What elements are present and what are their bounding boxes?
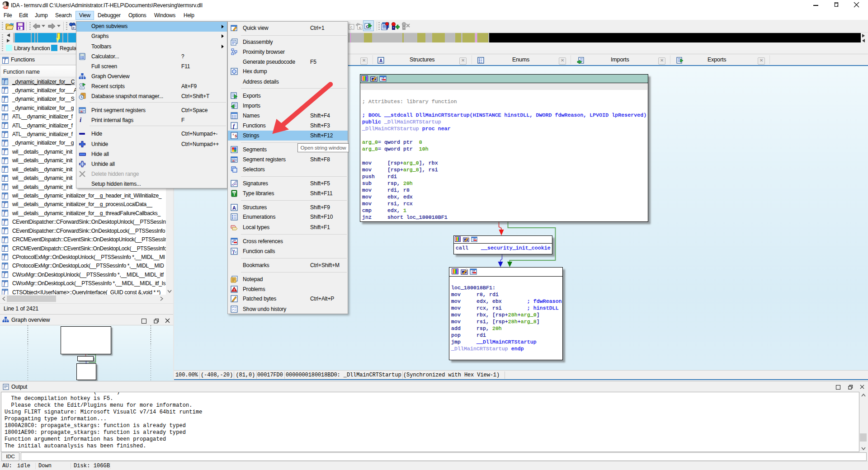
svg-text:64: 64 <box>5 5 8 9</box>
svg-text:A: A <box>232 205 236 210</box>
svg-text:A: A <box>379 58 382 63</box>
svg-text:T: T <box>233 192 236 197</box>
svg-text:'s': 's' <box>232 134 238 139</box>
svg-text:c: c <box>366 24 369 29</box>
svg-text:c: c <box>350 25 353 29</box>
svg-text:c: c <box>359 25 361 30</box>
svg-text:#: # <box>73 26 75 30</box>
svg-text:!: ! <box>234 288 235 292</box>
